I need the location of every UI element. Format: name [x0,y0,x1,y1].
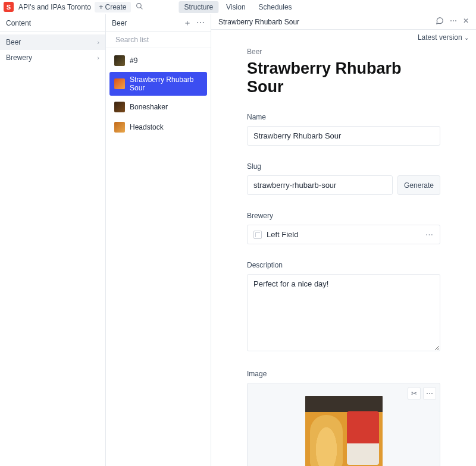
content-type-label: Beer [6,38,21,46]
image-field[interactable]: ✂ ⋯ [247,383,440,466]
version-dropdown[interactable]: Latest version ⌄ [418,33,469,42]
create-button-label: Create [105,3,127,11]
image-field-label: Image [247,370,440,378]
content-panel-heading: Content [0,14,105,32]
search-input[interactable] [115,36,205,44]
more-icon[interactable]: ⋯ [196,18,205,29]
description-field-label: Description [247,261,440,269]
name-field-label: Name [247,113,440,121]
topbar: S API's and IPAs Toronto +Create Structu… [0,0,476,14]
brewery-field-label: Brewery [247,212,440,220]
chevron-down-icon: ⌄ [464,34,469,41]
list-item[interactable]: Boneshaker [109,98,207,116]
nav-schedules[interactable]: Schedules [253,1,298,13]
brewery-reference[interactable]: Left Field ⋯ [247,225,440,244]
content-heading-label: Content [6,19,31,27]
image-menu-icon[interactable]: ⋯ [423,387,436,400]
content-panel: Content Beer› Brewery› [0,14,106,466]
content-type-beer[interactable]: Beer› [0,34,105,50]
description-input[interactable] [247,274,440,351]
generate-slug-button[interactable]: Generate [397,175,440,195]
create-button[interactable]: +Create [95,2,131,12]
breadcrumb: Strawberry Rhubarb Sour [218,18,299,26]
plus-icon: + [99,3,104,11]
project-name[interactable]: API's and IPAs Toronto [18,3,91,11]
svg-line-1 [140,7,142,9]
slug-field-label: Slug [247,162,440,171]
reference-menu-icon[interactable]: ⋯ [425,230,434,239]
crop-icon[interactable]: ✂ [408,387,421,400]
content-type-label: Brewery [6,53,32,62]
list-item-label: Headstock [130,123,164,131]
search-icon[interactable] [136,2,143,12]
list-search[interactable] [106,32,211,48]
list-item-label: Strawberry Rhubarb Sour [130,75,202,92]
app-logo[interactable]: S [4,2,14,12]
document-title: Strawberry Rhubarb Sour [247,59,440,96]
add-document-icon[interactable]: ＋ [183,18,192,29]
thumbnail [114,78,125,89]
name-input[interactable] [247,126,440,146]
reference-icon [253,231,262,239]
thumbnail [114,102,125,112]
brewery-value: Left Field [267,230,298,239]
list-item-label: Boneshaker [130,103,168,111]
list-item-label: #9 [130,56,137,65]
top-nav: Structure Vision Schedules [178,1,297,13]
svg-point-0 [136,3,141,8]
list-item[interactable]: Headstock [109,118,207,136]
close-icon[interactable]: ✕ [463,17,469,27]
chevron-right-icon: › [97,39,99,46]
thumbnail [114,55,125,66]
more-icon[interactable]: ⋯ [450,17,457,27]
slug-input[interactable] [247,175,393,195]
document-panel: Strawberry Rhubarb Sour ⋯ ✕ Latest versi… [211,14,476,466]
list-heading-row: Beer ＋ ⋯ [106,14,211,32]
document-header: Strawberry Rhubarb Sour ⋯ ✕ [211,14,476,30]
list-item[interactable]: #9 [109,52,207,70]
nav-structure[interactable]: Structure [178,1,218,13]
list-item[interactable]: Strawberry Rhubarb Sour [109,72,207,96]
content-type-brewery[interactable]: Brewery› [0,50,105,65]
list-heading: Beer [112,19,127,27]
chevron-right-icon: › [97,54,99,61]
image-preview [305,396,383,466]
thumbnail [114,122,125,133]
document-list-panel: Beer ＋ ⋯ #9 Strawberry Rhubarb Sour Bone… [106,14,211,466]
nav-vision[interactable]: Vision [221,1,250,13]
comments-icon[interactable] [436,17,444,27]
document-type: Beer [247,48,440,56]
